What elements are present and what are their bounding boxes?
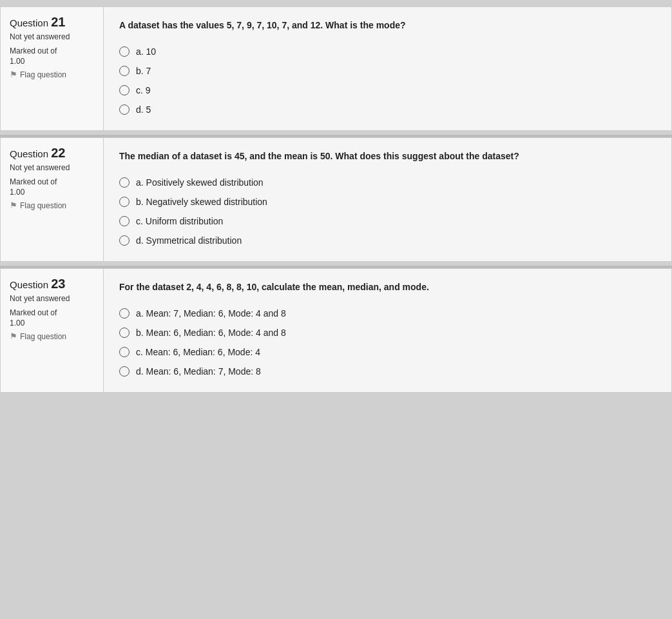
- option-item-q23b[interactable]: b. Mean: 6, Median: 6, Mode: 4 and 8: [119, 328, 656, 338]
- option-item-q21b[interactable]: b. 7: [119, 66, 656, 76]
- flag-question-q21[interactable]: ⚑Flag question: [10, 70, 94, 79]
- flag-label-q22: Flag question: [20, 201, 66, 210]
- marked-out-q22: Marked out of: [10, 177, 94, 186]
- option-item-q21c[interactable]: c. 9: [119, 85, 656, 95]
- radio-q23b[interactable]: [119, 328, 130, 338]
- marked-value-q23: 1.00: [10, 319, 94, 328]
- question-block-q21: Question 21Not yet answeredMarked out of…: [0, 6, 672, 131]
- question-content-q21: A dataset has the values 5, 7, 9, 7, 10,…: [104, 7, 671, 130]
- question-block-q23: Question 23Not yet answeredMarked out of…: [0, 268, 672, 393]
- option-item-q21a[interactable]: a. 10: [119, 46, 656, 57]
- option-item-q22b[interactable]: b. Negatively skewed distribution: [119, 197, 656, 207]
- option-label-q21d: d. 5: [136, 104, 151, 115]
- question-text-q21: A dataset has the values 5, 7, 9, 7, 10,…: [119, 19, 656, 32]
- sidebar-q23: Question 23Not yet answeredMarked out of…: [1, 269, 104, 392]
- sidebar-q22: Question 22Not yet answeredMarked out of…: [1, 138, 104, 261]
- question-number-q21: Question 21: [10, 15, 94, 30]
- options-list-q22: a. Positively skewed distributionb. Nega…: [119, 177, 656, 246]
- option-label-q21b: b. 7: [136, 66, 151, 76]
- question-text-q22: The median of a dataset is 45, and the m…: [119, 150, 656, 163]
- radio-q23c[interactable]: [119, 347, 130, 357]
- radio-q23d[interactable]: [119, 366, 130, 377]
- question-number-q23: Question 23: [10, 277, 94, 291]
- status-label-q22: Not yet answered: [10, 163, 94, 172]
- radio-q22c[interactable]: [119, 216, 130, 226]
- flag-icon-q23: ⚑: [10, 331, 17, 341]
- flag-label-q21: Flag question: [20, 70, 66, 79]
- option-item-q23d[interactable]: d. Mean: 6, Median: 7, Mode: 8: [119, 366, 656, 377]
- question-number-q22: Question 22: [10, 146, 94, 161]
- option-label-q23a: a. Mean: 7, Median: 6, Mode: 4 and 8: [136, 308, 286, 319]
- radio-q22a[interactable]: [119, 177, 130, 188]
- question-content-q23: For the dataset 2, 4, 4, 6, 8, 8, 10, ca…: [104, 269, 671, 392]
- option-label-q21c: c. 9: [136, 85, 151, 95]
- sidebar-q21: Question 21Not yet answeredMarked out of…: [1, 7, 104, 130]
- page-wrapper: Question 21Not yet answeredMarked out of…: [0, 0, 672, 403]
- flag-question-q23[interactable]: ⚑Flag question: [10, 331, 94, 341]
- option-item-q23c[interactable]: c. Mean: 6, Median: 6, Mode: 4: [119, 347, 656, 357]
- option-label-q22b: b. Negatively skewed distribution: [136, 197, 267, 207]
- question-text-q23: For the dataset 2, 4, 4, 6, 8, 8, 10, ca…: [119, 280, 656, 294]
- flag-label-q23: Flag question: [20, 332, 66, 341]
- question-content-q22: The median of a dataset is 45, and the m…: [104, 138, 671, 261]
- radio-q23a[interactable]: [119, 308, 130, 319]
- option-item-q22d[interactable]: d. Symmetrical distribution: [119, 235, 656, 246]
- radio-q21a[interactable]: [119, 46, 130, 57]
- radio-q21d[interactable]: [119, 104, 130, 115]
- option-item-q22a[interactable]: a. Positively skewed distribution: [119, 177, 656, 188]
- option-label-q22c: c. Uniform distribution: [136, 216, 223, 226]
- option-label-q22d: d. Symmetrical distribution: [136, 235, 242, 246]
- flag-icon-q21: ⚑: [10, 70, 17, 79]
- option-item-q21d[interactable]: d. 5: [119, 104, 656, 115]
- option-label-q23b: b. Mean: 6, Median: 6, Mode: 4 and 8: [136, 328, 286, 338]
- radio-q22b[interactable]: [119, 197, 130, 207]
- marked-value-q22: 1.00: [10, 188, 94, 197]
- status-label-q23: Not yet answered: [10, 294, 94, 303]
- option-item-q23a[interactable]: a. Mean: 7, Median: 6, Mode: 4 and 8: [119, 308, 656, 319]
- radio-q21b[interactable]: [119, 66, 130, 76]
- marked-out-q23: Marked out of: [10, 308, 94, 317]
- option-label-q22a: a. Positively skewed distribution: [136, 177, 264, 188]
- options-list-q23: a. Mean: 7, Median: 6, Mode: 4 and 8b. M…: [119, 308, 656, 377]
- option-item-q22c[interactable]: c. Uniform distribution: [119, 216, 656, 226]
- radio-q22d[interactable]: [119, 235, 130, 246]
- question-block-q22: Question 22Not yet answeredMarked out of…: [0, 137, 672, 262]
- marked-out-q21: Marked out of: [10, 46, 94, 55]
- option-label-q21a: a. 10: [136, 46, 156, 57]
- radio-q21c[interactable]: [119, 85, 130, 95]
- options-list-q21: a. 10b. 7c. 9d. 5: [119, 46, 656, 115]
- marked-value-q21: 1.00: [10, 57, 94, 66]
- option-label-q23d: d. Mean: 6, Median: 7, Mode: 8: [136, 366, 261, 377]
- status-label-q21: Not yet answered: [10, 32, 94, 41]
- flag-question-q22[interactable]: ⚑Flag question: [10, 201, 94, 210]
- flag-icon-q22: ⚑: [10, 201, 17, 210]
- option-label-q23c: c. Mean: 6, Median: 6, Mode: 4: [136, 347, 260, 357]
